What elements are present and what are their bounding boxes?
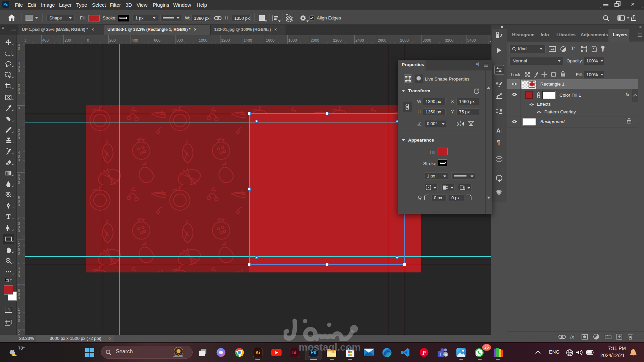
svg-text:P: P	[422, 350, 426, 356]
svg-text:T: T	[440, 352, 442, 357]
svg-text:T: T	[6, 213, 11, 220]
svg-text:A: A	[496, 127, 500, 134]
svg-text:W: W	[444, 353, 447, 356]
svg-text:¶: ¶	[497, 139, 500, 146]
